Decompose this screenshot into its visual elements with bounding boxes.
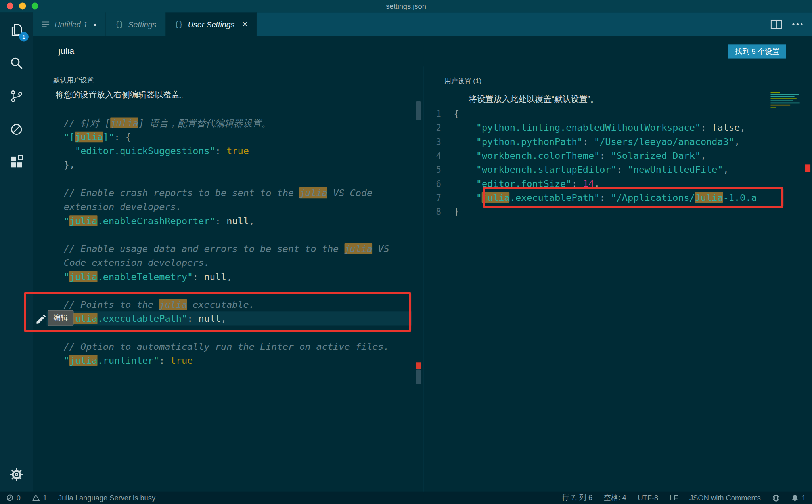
code-line[interactable]: "julia.executablePath": null,: [47, 311, 412, 325]
code-line[interactable]: "julia.enableCrashReporter": null,: [64, 214, 423, 227]
explorer-badge: 1: [19, 32, 29, 42]
settings-search-input[interactable]: [59, 46, 370, 56]
code-line[interactable]: 8}: [423, 204, 788, 218]
edit-pencil-icon[interactable]: [35, 314, 47, 327]
code-line[interactable]: "[julia]": {: [64, 130, 423, 144]
tab-settings[interactable]: {} Settings: [106, 12, 166, 36]
code-line[interactable]: // Enable crash reports to be sent to th…: [64, 186, 423, 200]
minimize-window-button[interactable]: [19, 3, 26, 10]
screenshot-viewport: settings.json 1: [0, 0, 812, 504]
encoding[interactable]: UTF-8: [638, 494, 658, 502]
search-icon[interactable]: [0, 48, 33, 78]
code-line[interactable]: // Points to the julia executable.: [64, 298, 423, 311]
line-number: 5: [423, 163, 454, 177]
tab-user-settings[interactable]: {} User Settings ×: [166, 12, 257, 36]
settings-gear-icon[interactable]: [0, 459, 33, 490]
code-token: "[: [64, 132, 75, 142]
user-settings-editor[interactable]: 1{2 "python.linting.enabledWithoutWorksp…: [423, 107, 788, 492]
code-token: :: [215, 145, 226, 156]
code-token: ,: [249, 215, 255, 226]
bell-icon: [791, 494, 799, 502]
code-token: :: [701, 122, 712, 133]
line-number: 4: [423, 149, 454, 163]
code-line[interactable]: Code extension developers.: [64, 256, 423, 269]
search-match: Julia: [695, 192, 723, 203]
scrollbar-red-marker: [416, 362, 421, 369]
code-line[interactable]: 1{: [423, 107, 788, 120]
tab-label: Untitled-1: [54, 20, 88, 29]
code-token: .enableCrashReporter": [98, 215, 215, 226]
error-count[interactable]: 0: [6, 494, 21, 502]
search-match: julia: [159, 299, 187, 310]
scrollbar-thumb[interactable]: [416, 370, 421, 384]
code-token: executable.: [187, 299, 255, 310]
search-match: julia: [344, 243, 372, 254]
settings-search-bar: 找到 5 个设置: [33, 36, 812, 66]
explorer-icon[interactable]: 1: [0, 15, 33, 46]
cursor-position[interactable]: 行 7, 列 6: [562, 493, 592, 503]
default-settings-editor[interactable]: // 针对 [julia] 语言，配置替代编辑器设置。"[julia]": { …: [64, 116, 423, 492]
code-line[interactable]: 4 "workbench.colorTheme": "Solarized Dar…: [423, 149, 788, 162]
code-token: "newUntitledFile": [628, 164, 723, 175]
minimap[interactable]: [771, 92, 806, 109]
code-line[interactable]: "julia.enableTelemetry": null,: [64, 269, 423, 283]
settings-editor-split: 默认用户设置 将您的设置放入右侧编辑器以覆盖。 // 针对 [julia] 语言…: [33, 66, 812, 492]
code-line[interactable]: [64, 172, 423, 186]
code-token: // Enable crash reports to be sent to th…: [64, 187, 299, 198]
notifications-bell[interactable]: 1: [791, 494, 806, 502]
code-line[interactable]: 6 "editor.fontSize": 14,: [423, 176, 788, 190]
vscode-window: settings.json 1: [0, 0, 812, 504]
split-editor-icon[interactable]: [771, 20, 782, 29]
debug-icon[interactable]: [0, 114, 33, 145]
search-match: julia: [69, 271, 98, 282]
code-line[interactable]: [64, 326, 423, 340]
code-line[interactable]: // Option to automatically run the Linte…: [64, 340, 423, 353]
code-token: :: [187, 313, 198, 324]
code-token: extension developers.: [64, 201, 182, 212]
code-token: :: [583, 136, 594, 147]
tab-untitled-1[interactable]: Untitled-1 ●: [33, 12, 106, 36]
indentation-setting[interactable]: 空格: 4: [604, 493, 626, 503]
code-token: : {: [114, 132, 131, 142]
edit-tooltip[interactable]: 编辑: [48, 310, 73, 326]
search-results-count-button[interactable]: 找到 5 个设置: [728, 44, 786, 58]
code-line[interactable]: 3 "python.pythonPath": "/Users/leeyao/an…: [423, 135, 788, 149]
feedback-globe-icon[interactable]: [772, 494, 780, 502]
code-token: -1.0.a: [723, 192, 757, 203]
code-token: VS: [372, 243, 389, 254]
source-control-icon[interactable]: [0, 81, 33, 112]
search-match: julia: [482, 192, 510, 203]
language-mode[interactable]: JSON with Comments: [689, 494, 761, 502]
close-tab-icon[interactable]: ×: [242, 20, 248, 29]
titlebar: settings.json: [0, 0, 812, 12]
line-number: 6: [423, 177, 454, 191]
close-window-button[interactable]: [7, 3, 13, 10]
eol-setting[interactable]: LF: [670, 494, 678, 502]
code-token: "editor.fontSize": [476, 178, 572, 189]
code-line[interactable]: 7 "julia.executablePath": "/Applications…: [423, 191, 788, 204]
code-token: :: [599, 192, 611, 203]
code-token: :: [215, 215, 226, 226]
code-line[interactable]: extension developers.: [64, 200, 423, 214]
extensions-icon[interactable]: [0, 147, 33, 178]
code-token: :: [193, 271, 204, 282]
more-actions-icon[interactable]: [792, 23, 802, 25]
code-line[interactable]: // Enable usage data and errors to be se…: [64, 242, 423, 256]
code-line[interactable]: // 针对 [julia] 语言，配置替代编辑器设置。: [64, 116, 423, 130]
code-token: ": [64, 215, 69, 226]
editor-area: Untitled-1 ● {} Settings {} User Setting…: [33, 12, 812, 491]
warning-count[interactable]: 1: [32, 494, 47, 502]
code-token: ": [64, 355, 69, 366]
zoom-window-button[interactable]: [32, 3, 38, 10]
code-line[interactable]: 2 "python.linting.enabledWithoutWorkspac…: [423, 120, 788, 134]
search-match: julia: [69, 215, 98, 226]
code-line[interactable]: "editor.quickSuggestions": true: [64, 144, 423, 158]
scrollbar-thumb[interactable]: [416, 101, 421, 120]
code-line[interactable]: "julia.runlinter": true: [64, 353, 423, 367]
code-line[interactable]: [64, 228, 423, 242]
code-line[interactable]: 5 "workbench.startupEditor": "newUntitle…: [423, 162, 788, 176]
code-token: true: [226, 145, 249, 156]
code-line[interactable]: [64, 284, 423, 298]
code-line[interactable]: },: [64, 158, 423, 172]
code-token: null: [198, 313, 221, 324]
